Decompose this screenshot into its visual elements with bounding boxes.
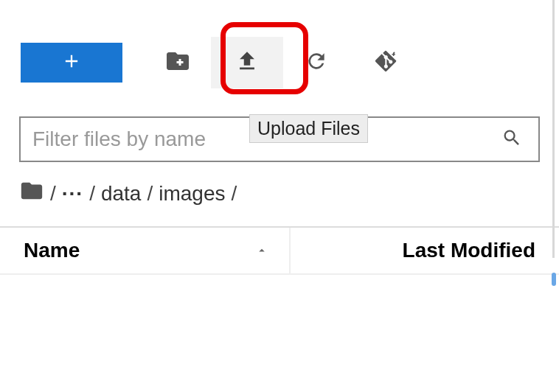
upload-button[interactable] bbox=[211, 37, 283, 88]
upload-tooltip: Upload Files bbox=[249, 114, 368, 143]
breadcrumb-seg-data[interactable]: data bbox=[101, 182, 142, 206]
column-modified[interactable]: Last Modified bbox=[291, 239, 559, 262]
git-button[interactable] bbox=[366, 43, 406, 83]
panel-divider[interactable] bbox=[552, 0, 555, 258]
column-name-label: Name bbox=[24, 239, 80, 262]
new-folder-button[interactable] bbox=[158, 43, 198, 83]
panel-divider-handle[interactable] bbox=[552, 273, 556, 286]
search-button[interactable] bbox=[497, 125, 527, 154]
new-button[interactable] bbox=[21, 43, 122, 83]
new-folder-icon bbox=[164, 48, 191, 77]
breadcrumb: / ··· / data / images / bbox=[19, 178, 540, 209]
toolbar bbox=[0, 0, 559, 88]
sort-asc-icon bbox=[255, 244, 268, 257]
breadcrumb-seg-images[interactable]: images bbox=[159, 182, 225, 206]
column-modified-label: Last Modified bbox=[403, 239, 535, 262]
plus-icon bbox=[61, 51, 82, 74]
refresh-button[interactable] bbox=[296, 43, 336, 83]
table-header: Name Last Modified bbox=[0, 228, 559, 275]
git-icon bbox=[373, 49, 398, 77]
breadcrumb-sep: / bbox=[147, 182, 153, 206]
upload-icon bbox=[235, 49, 260, 77]
search-icon bbox=[501, 127, 522, 151]
breadcrumb-sep: / bbox=[50, 182, 56, 206]
breadcrumb-ellipsis[interactable]: ··· bbox=[62, 182, 83, 206]
file-table: Name Last Modified bbox=[0, 226, 559, 275]
refresh-icon bbox=[305, 49, 328, 76]
folder-icon[interactable] bbox=[19, 178, 44, 209]
column-name[interactable]: Name bbox=[0, 228, 291, 273]
breadcrumb-sep: / bbox=[89, 182, 95, 206]
breadcrumb-sep: / bbox=[231, 182, 237, 206]
